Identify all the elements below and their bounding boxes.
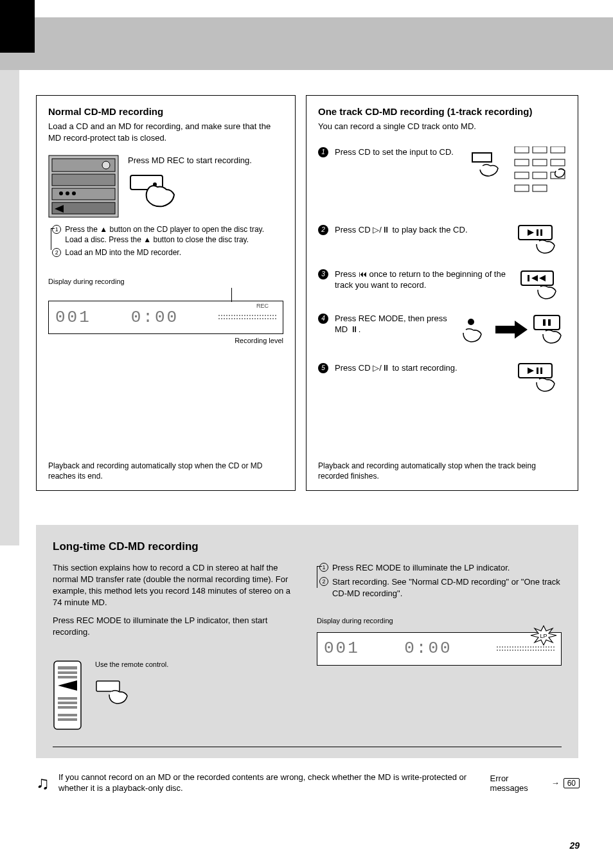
step-bullet-5: 5	[318, 363, 328, 373]
use-remote-label: Use the remote control.	[95, 660, 298, 669]
footer-row: ♫ If you cannot record on an MD or the r…	[36, 772, 580, 794]
svg-rect-39	[537, 368, 538, 374]
svg-rect-24	[519, 226, 552, 240]
left-footnote: Playback and recording automatically sto…	[48, 461, 283, 481]
footer-ref-label: Error messages	[490, 774, 547, 793]
svg-marker-33	[495, 321, 528, 339]
svg-rect-37	[519, 364, 552, 378]
svg-rect-48	[58, 706, 77, 709]
svg-rect-20	[533, 172, 547, 179]
svg-rect-15	[551, 146, 565, 153]
starburst-icon: LP	[529, 624, 558, 650]
svg-point-6	[59, 191, 63, 195]
step4-text: Press REC MODE, then press MD ⏸.	[335, 314, 447, 335]
footer-text: If you cannot record on an MD or the rec…	[58, 772, 490, 794]
svg-point-11	[153, 182, 157, 186]
svg-rect-12	[472, 153, 492, 162]
svg-rect-34	[534, 315, 560, 330]
svg-rect-43	[58, 671, 77, 674]
substep-2: Load an MD into the MD recorder.	[65, 247, 181, 258]
section-long-time-recording: Long-time CD-MD recording This section e…	[36, 525, 578, 758]
svg-rect-18	[551, 159, 565, 166]
substep-1: Press the ▲ button on the CD player to o…	[65, 224, 283, 245]
lcd-time: 0:00	[131, 308, 179, 327]
step-bullet-1: 1	[318, 147, 328, 157]
step1-text: Press CD to set the input to CD.	[335, 147, 454, 157]
black-corner-tab	[0, 0, 35, 53]
pointer-label: Recording level	[48, 337, 283, 344]
svg-point-7	[66, 191, 69, 195]
panel-title: One track CD-MD recording (1-track recor…	[318, 106, 566, 117]
press-hand-icon	[128, 173, 283, 210]
step-bullet-2: 2	[318, 225, 328, 235]
step5-text: Press CD ▷/⏸ to start recording.	[335, 363, 458, 373]
step-text: Press MD REC to start recording.	[128, 155, 283, 166]
svg-rect-47	[58, 702, 77, 704]
step3-text: Press ⏮ once to return to the beginning …	[335, 269, 506, 290]
divider	[53, 747, 562, 747]
remote-control-icon	[53, 660, 82, 734]
step-bullet-3: 3	[318, 269, 328, 279]
svg-rect-50	[58, 718, 77, 721]
pointer-line	[231, 288, 232, 302]
svg-rect-22	[515, 185, 529, 191]
input-buttons-icon	[470, 146, 566, 213]
bottom-col1-p1: This section explains how to record a CD…	[53, 562, 298, 608]
level-meter-icon	[218, 308, 276, 326]
lcd-display: REC 001 0:00	[48, 301, 283, 334]
stereo-system-icon	[48, 155, 119, 218]
page-ref-box: 60	[564, 778, 580, 788]
bottom-sub1: Press REC MODE to illuminate the LP indi…	[332, 562, 510, 574]
circled-1-icon: 1	[319, 563, 328, 572]
circled-2-icon: 2	[52, 248, 61, 257]
panel-intro: Load a CD and an MD for recording, and m…	[48, 121, 283, 143]
svg-point-8	[72, 191, 76, 195]
svg-rect-40	[540, 368, 542, 374]
panel-title: Normal CD-MD recording	[48, 106, 283, 117]
rec-flag: REC	[256, 303, 269, 309]
svg-rect-23	[533, 185, 547, 191]
svg-rect-17	[533, 159, 547, 166]
music-note-icon: ♫	[36, 773, 49, 793]
svg-point-5	[102, 161, 110, 169]
lcd-track: 001	[324, 637, 360, 660]
bottom-title: Long-time CD-MD recording	[53, 540, 562, 553]
svg-rect-44	[58, 676, 77, 678]
panel-intro: You can record a single CD track onto MD…	[318, 121, 566, 132]
press-hand-icon	[95, 680, 298, 715]
svg-point-32	[468, 319, 474, 325]
svg-rect-36	[548, 319, 551, 326]
bottom-sub2: Start recording. See "Normal CD-MD recor…	[332, 576, 562, 599]
display-caption: Display during recording	[317, 616, 562, 626]
svg-rect-35	[543, 319, 546, 326]
step-bullet-4: 4	[318, 314, 328, 324]
svg-rect-51	[96, 681, 120, 691]
page-number: 29	[569, 840, 580, 851]
play-pause-button-icon	[515, 224, 566, 257]
play-pause-button-icon-2	[515, 362, 566, 395]
svg-rect-49	[58, 714, 77, 716]
prev-track-button-icon	[515, 269, 566, 301]
lp-flag: LP	[540, 633, 547, 639]
svg-rect-2	[52, 174, 115, 186]
svg-rect-14	[533, 146, 547, 153]
panel-one-track-recording: One track CD-MD recording (1-track recor…	[306, 95, 578, 491]
panel-normal-recording: Normal CD-MD recording Load a CD and an …	[36, 95, 296, 491]
lcd-time: 0:00	[404, 637, 452, 660]
display-caption: Display during recording	[48, 278, 283, 285]
step2-text: Press CD ▷/⏸ to play back the CD.	[335, 225, 468, 235]
circled-1-icon: 1	[52, 225, 61, 234]
svg-rect-27	[540, 229, 542, 236]
right-footnote: Playback and recording automatically sto…	[318, 461, 566, 481]
left-gray-side	[0, 70, 19, 545]
svg-rect-13	[515, 146, 529, 153]
svg-rect-19	[515, 172, 529, 179]
lcd-track: 001	[55, 308, 91, 327]
lcd-display-bottom: 001 0:00	[317, 632, 562, 666]
svg-rect-46	[58, 697, 77, 700]
rec-then-pause-icon	[457, 313, 566, 351]
header-gray-band	[0, 17, 613, 70]
svg-rect-42	[58, 666, 77, 669]
circled-2-icon: 2	[319, 577, 328, 586]
svg-rect-26	[537, 229, 538, 236]
